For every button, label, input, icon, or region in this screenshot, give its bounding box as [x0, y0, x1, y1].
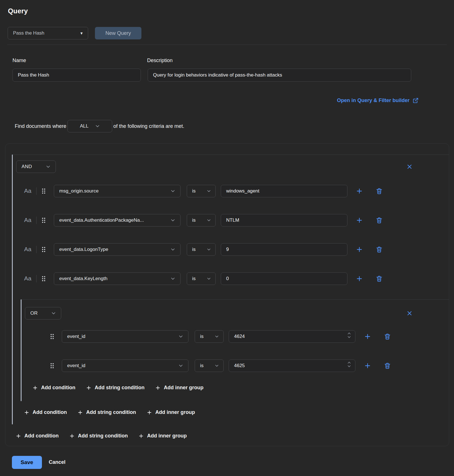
condition-value-field[interactable]	[221, 243, 347, 256]
plus-icon	[356, 246, 363, 253]
close-icon	[406, 310, 413, 317]
chevron-down-icon	[206, 247, 211, 252]
saved-query-select[interactable]: Pass the Hash ▼	[8, 27, 88, 39]
and-group-indent-bar	[12, 155, 13, 424]
field-select[interactable]: event_id	[62, 359, 188, 372]
string-type-badge: Aa	[24, 217, 35, 223]
add-inner-group-button[interactable]: Add inner group	[147, 409, 195, 415]
trash-icon	[375, 217, 383, 224]
and-group-add-actions: Add condition Add string condition Add i…	[24, 409, 195, 415]
condition-number-field[interactable]	[229, 330, 355, 343]
add-condition-after-button[interactable]	[364, 333, 371, 340]
add-string-condition-button[interactable]: Add string condition	[86, 385, 145, 391]
saved-query-select-value: Pass the Hash	[13, 30, 44, 36]
chevron-down-icon	[178, 334, 184, 339]
open-in-query-filter-builder-link[interactable]: Open in Query & Filter builder	[337, 98, 419, 103]
add-inner-group-button[interactable]: Add inner group	[138, 433, 187, 439]
string-type-badge: Aa	[24, 275, 35, 282]
operator-select[interactable]: is	[187, 214, 216, 227]
drag-handle-icon[interactable]	[41, 188, 46, 194]
and-operator-select[interactable]: AND	[16, 160, 56, 173]
drag-handle-icon[interactable]	[50, 333, 54, 340]
condition-number-field[interactable]	[229, 359, 355, 372]
root-add-actions: Add condition Add string condition Add i…	[16, 433, 187, 439]
add-condition-after-button[interactable]	[356, 275, 363, 282]
drag-handle-icon[interactable]	[41, 246, 46, 253]
delete-condition-button[interactable]	[384, 362, 391, 369]
drag-handle-icon[interactable]	[41, 276, 46, 282]
delete-condition-button[interactable]	[375, 217, 383, 224]
or-operator-select[interactable]: OR	[25, 307, 61, 320]
chevron-down-icon	[170, 217, 176, 223]
trash-icon	[375, 187, 383, 195]
add-string-condition-button[interactable]: Add string condition	[69, 433, 128, 439]
field-select[interactable]: event_data.KeyLength	[54, 272, 181, 285]
match-all-value: ALL	[80, 123, 88, 129]
plus-icon	[77, 410, 83, 415]
field-select[interactable]: event_data.LogonType	[54, 243, 181, 256]
delete-condition-button[interactable]	[375, 246, 383, 253]
operator-select[interactable]: is	[187, 272, 216, 285]
add-condition-after-button[interactable]	[356, 246, 363, 253]
remove-and-group-button[interactable]	[406, 163, 413, 170]
field-select-value: event_id	[67, 334, 85, 339]
add-string-condition-button[interactable]: Add string condition	[77, 409, 136, 415]
delete-condition-button[interactable]	[375, 275, 383, 282]
field-select-value: event_data.KeyLength	[59, 276, 107, 282]
condition-value-field[interactable]	[221, 272, 347, 285]
match-all-select[interactable]: ALL	[67, 120, 112, 132]
remove-or-group-button[interactable]	[406, 310, 413, 317]
field-select[interactable]: event_id	[62, 330, 188, 343]
operator-select-value: is	[192, 276, 196, 282]
drag-handle-icon[interactable]	[50, 363, 54, 369]
operator-select[interactable]: is	[187, 243, 216, 256]
add-condition-button[interactable]: Add condition	[24, 409, 67, 415]
plus-icon	[16, 433, 21, 439]
operator-select[interactable]: is	[187, 185, 216, 197]
chevron-up-icon	[347, 361, 351, 364]
number-stepper[interactable]	[347, 361, 351, 368]
add-condition-after-button[interactable]	[356, 187, 363, 195]
add-condition-button[interactable]: Add condition	[16, 433, 59, 439]
field-select-value: event_id	[67, 363, 85, 369]
new-query-button[interactable]: New Query	[95, 27, 141, 39]
chevron-down-icon	[347, 336, 351, 339]
add-inner-group-button[interactable]: Add inner group	[155, 385, 203, 391]
plus-icon	[356, 275, 363, 282]
condition-value-field[interactable]	[221, 214, 347, 227]
builder-link-label: Open in Query & Filter builder	[337, 98, 410, 103]
operator-select[interactable]: is	[195, 359, 224, 372]
chevron-down-icon	[214, 334, 219, 339]
chevron-down-icon	[206, 218, 211, 223]
chevron-down-icon	[170, 247, 176, 252]
add-condition-after-button[interactable]	[364, 362, 371, 369]
save-button[interactable]: Save	[12, 456, 42, 469]
operator-select-value: is	[192, 188, 196, 194]
chevron-down-icon	[95, 123, 100, 129]
or-group-indent-bar	[21, 299, 22, 401]
sentence-prefix: Find documents where	[15, 123, 66, 129]
operator-select-value: is	[192, 217, 196, 223]
condition-value-field[interactable]	[221, 185, 347, 197]
plus-icon	[364, 362, 371, 369]
field-select[interactable]: event_data.AuthenticationPackageNa...	[54, 214, 181, 227]
operator-select-value: is	[192, 247, 196, 252]
cancel-button[interactable]: Cancel	[49, 459, 65, 465]
field-select[interactable]: msg_origin.source	[54, 185, 181, 197]
field-select-value: msg_origin.source	[59, 188, 99, 194]
plus-icon	[86, 385, 92, 391]
chevron-down-icon	[170, 276, 176, 282]
number-value-wrapper	[229, 359, 355, 372]
delete-condition-button[interactable]	[375, 187, 383, 195]
plus-icon	[356, 187, 363, 195]
add-condition-after-button[interactable]	[356, 217, 363, 224]
plus-icon	[32, 385, 38, 391]
number-stepper[interactable]	[347, 332, 351, 339]
operator-select[interactable]: is	[195, 330, 224, 343]
field-select-value: event_data.AuthenticationPackageNa...	[59, 217, 144, 223]
description-field[interactable]	[148, 69, 411, 82]
delete-condition-button[interactable]	[384, 333, 391, 340]
drag-handle-icon[interactable]	[41, 217, 46, 223]
add-condition-button[interactable]: Add condition	[32, 385, 75, 391]
name-field[interactable]	[12, 69, 141, 82]
